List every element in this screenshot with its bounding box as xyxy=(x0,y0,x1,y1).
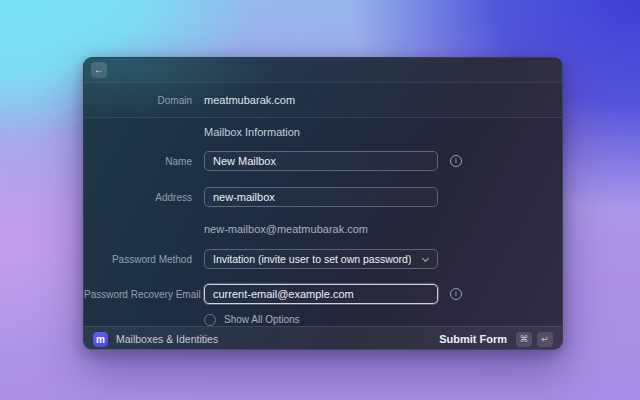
section-title: Mailbox Information xyxy=(204,126,438,138)
back-button[interactable]: ← xyxy=(91,62,107,78)
command-key-icon: ⌘ xyxy=(516,332,532,347)
show-all-options-row: Show All Options xyxy=(84,313,562,326)
return-key-icon: ↵ xyxy=(537,332,553,347)
show-all-options-toggle[interactable]: Show All Options xyxy=(204,314,438,326)
name-field-row: Name i xyxy=(84,151,562,171)
password-recovery-info-icon[interactable]: i xyxy=(450,288,462,300)
address-input[interactable] xyxy=(204,187,438,207)
show-all-options-label: Show All Options xyxy=(224,314,300,325)
address-preview: new-mailbox@meatmubarak.com xyxy=(204,223,438,235)
address-label: Address xyxy=(84,192,192,203)
window-header: ← xyxy=(84,58,562,82)
form-content: Mailbox Information Name i Address new-m… xyxy=(84,118,562,326)
name-input[interactable] xyxy=(204,151,438,171)
domain-label: Domain xyxy=(84,95,192,106)
password-recovery-row: Password Recovery Email i xyxy=(84,284,562,304)
domain-row: Domain meatmubarak.com xyxy=(84,82,562,118)
domain-value: meatmubarak.com xyxy=(204,94,438,106)
app-logo-icon: m xyxy=(93,332,108,347)
name-label: Name xyxy=(84,156,192,167)
show-all-options-checkbox[interactable] xyxy=(204,314,216,326)
address-field-row: Address xyxy=(84,187,562,207)
chevron-down-icon xyxy=(422,254,429,261)
name-info-icon[interactable]: i xyxy=(450,155,462,167)
address-preview-row: new-mailbox@meatmubarak.com xyxy=(84,223,562,235)
submit-form-label: Submit Form xyxy=(439,333,507,345)
password-recovery-label: Password Recovery Email xyxy=(84,289,192,300)
mailbox-form-window: ← Domain meatmubarak.com Mailbox Informa… xyxy=(83,57,563,350)
submit-form-action[interactable]: Submit Form ⌘ ↵ xyxy=(439,332,553,347)
password-method-value: Invitation (invite user to set own passw… xyxy=(213,253,411,265)
password-method-select[interactable]: Invitation (invite user to set own passw… xyxy=(204,249,438,269)
window-footer: m Mailboxes & Identities Submit Form ⌘ ↵ xyxy=(84,326,562,351)
password-recovery-input[interactable] xyxy=(204,284,438,304)
password-method-label: Password Method xyxy=(84,254,192,265)
app-name: Mailboxes & Identities xyxy=(116,333,218,345)
password-method-row: Password Method Invitation (invite user … xyxy=(84,249,562,269)
